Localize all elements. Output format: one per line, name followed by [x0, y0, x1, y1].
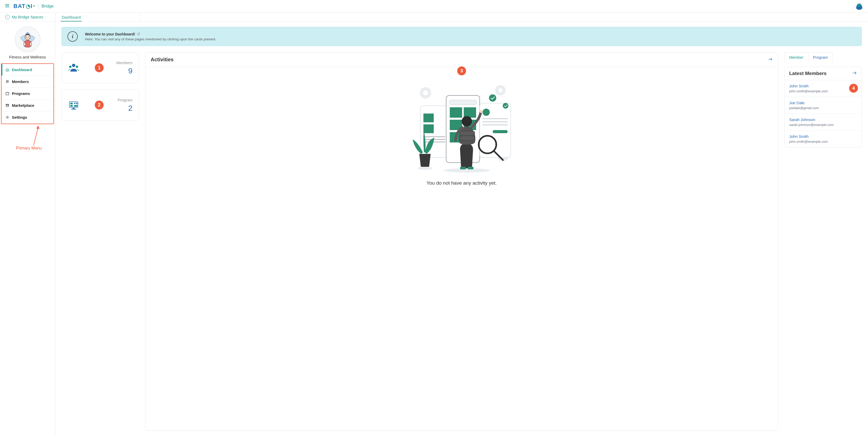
svg-point-22 [76, 103, 78, 104]
members-icon [68, 62, 79, 74]
member-email: sarah.johnson@example.com [789, 123, 857, 127]
svg-point-59 [417, 167, 433, 170]
rightcol-tabs: Member Program [784, 52, 862, 62]
latest-members-title: Latest Members [789, 70, 827, 76]
logo-divider [38, 3, 38, 9]
logo[interactable]: BAT◔I® Bridge [13, 3, 54, 9]
svg-rect-20 [70, 105, 72, 107]
stat-card-members[interactable]: 1 Members 9 [61, 52, 139, 83]
member-name[interactable]: John Smith [789, 134, 857, 139]
stat-card-program[interactable]: 2 Program 2 [61, 89, 139, 120]
latest-members-arrow-icon[interactable] [852, 71, 857, 76]
tab-member[interactable]: Member [784, 52, 808, 62]
sidebar-item-settings[interactable]: Settings [2, 111, 54, 123]
list-item[interactable]: Joe Dale joedale@gmail.com [784, 97, 862, 114]
svg-point-50 [489, 94, 496, 101]
sidebar: Fitness and Wellness Dashboard Members [0, 22, 55, 436]
svg-rect-19 [70, 103, 72, 104]
member-email: john.smith@example.com [789, 140, 857, 144]
annotation-arrow: Primary Menu [0, 125, 55, 153]
svg-point-21 [74, 103, 76, 104]
svg-point-7 [6, 81, 7, 82]
latest-members-card: Latest Members John Smith john.smith@exa… [784, 67, 862, 147]
svg-rect-23 [74, 105, 78, 107]
member-email: joedale@gmail.com [789, 106, 857, 110]
annotation-badge-3: 3 [457, 66, 466, 75]
svg-point-55 [462, 116, 472, 126]
list-item[interactable]: John Smith john.smith@example.com 4 [784, 80, 862, 97]
users-icon [5, 80, 9, 84]
stat-label: Program [118, 98, 132, 102]
svg-point-15 [76, 66, 78, 68]
sidebar-item-members[interactable]: Members [2, 76, 54, 87]
sidebar-item-marketplace[interactable]: Marketplace [2, 99, 54, 111]
sidebar-item-dashboard[interactable]: Dashboard [2, 64, 54, 76]
sidebar-item-label: Settings [12, 115, 27, 119]
member-name[interactable]: Sarah Johnson [789, 117, 857, 122]
sidebar-header: Fitness and Wellness [0, 22, 55, 63]
program-icon [68, 99, 79, 111]
sidebar-item-programs[interactable]: Programs [2, 87, 54, 99]
breadcrumb-chevron-icon [138, 12, 142, 22]
stat-value: 2 [128, 104, 132, 113]
svg-point-28 [498, 88, 502, 92]
list-item[interactable]: John Smith john.smith@example.com [784, 130, 862, 147]
primary-menu-highlight: Dashboard Members Programs [1, 63, 54, 124]
svg-point-5 [26, 37, 27, 37]
svg-rect-53 [460, 167, 466, 169]
svg-rect-33 [424, 124, 434, 133]
activities-card: Activities 3 [145, 52, 778, 431]
svg-point-6 [28, 37, 29, 37]
svg-rect-9 [6, 92, 8, 95]
sidebar-item-label: Members [12, 79, 29, 84]
empty-illustration [151, 72, 773, 176]
store-icon [5, 104, 9, 107]
svg-rect-39 [450, 107, 462, 118]
annotation-badge-2: 2 [95, 100, 103, 109]
svg-rect-18 [71, 109, 76, 110]
topbar: BAT◔I® Bridge [0, 0, 868, 12]
svg-point-8 [8, 81, 8, 82]
svg-point-45 [483, 109, 490, 116]
info-icon: i [67, 31, 78, 41]
space-avatar[interactable] [15, 26, 40, 52]
stat-value: 9 [128, 66, 132, 75]
svg-rect-40 [464, 107, 476, 118]
annotation-label: Primary Menu [16, 146, 42, 150]
calendar-icon [5, 91, 9, 95]
annotation-badge-4: 4 [849, 84, 858, 93]
svg-rect-38 [449, 100, 476, 105]
svg-rect-54 [468, 167, 473, 169]
svg-rect-17 [72, 108, 74, 109]
svg-rect-49 [493, 130, 507, 133]
user-avatar[interactable] [856, 3, 863, 10]
welcome-banner: i Welcome to your Dashboard! Here, You c… [61, 27, 862, 46]
annotation-badge-1: 1 [95, 63, 103, 72]
svg-point-12 [7, 117, 8, 118]
svg-rect-32 [424, 114, 434, 122]
svg-point-56 [480, 110, 483, 113]
list-item[interactable]: Sarah Johnson sarah.johnson@example.com [784, 114, 862, 130]
activities-arrow-icon[interactable] [768, 57, 773, 62]
breadcrumb-dashboard[interactable]: Dashboard [61, 13, 82, 22]
activities-title: Activities [151, 57, 174, 63]
back-link[interactable]: ← My Bridge Spaces [0, 12, 55, 22]
member-name[interactable]: Joe Dale [789, 100, 857, 105]
svg-point-52 [443, 168, 490, 173]
primary-menu: Dashboard Members Programs [2, 64, 54, 123]
tab-program[interactable]: Program [808, 52, 833, 62]
subbar: ← My Bridge Spaces Dashboard [0, 12, 868, 22]
svg-point-26 [423, 90, 428, 95]
sidebar-item-label: Programs [12, 91, 30, 96]
back-arrow-icon: ← [5, 15, 10, 20]
member-name[interactable]: John Smith [789, 84, 857, 88]
logo-text: BAT◔I® [13, 3, 35, 9]
svg-point-13 [72, 64, 75, 67]
sidebar-item-label: Dashboard [12, 67, 32, 72]
welcome-body: Here, You can visit any of these pages m… [85, 37, 216, 41]
external-link-icon[interactable] [137, 32, 140, 36]
welcome-title: Welcome to your Dashboard! [85, 32, 135, 36]
hamburger-icon[interactable] [5, 3, 9, 9]
member-email: john.smith@example.com [789, 89, 857, 93]
activities-empty-text: You do not have any activity yet. [427, 180, 497, 186]
